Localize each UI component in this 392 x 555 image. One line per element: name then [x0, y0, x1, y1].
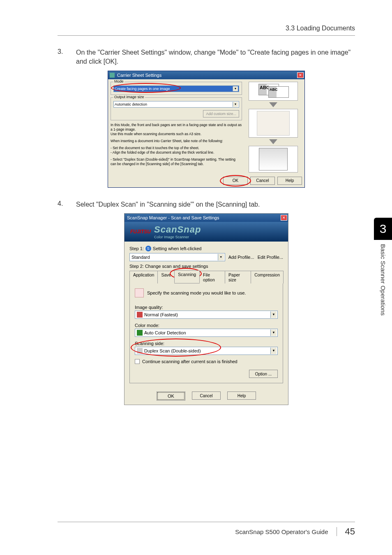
instruction-step-3: 3. On the "Carrier Sheet Settings" windo… [58, 48, 355, 67]
scansnap-manager-dialog: ScanSnap Manager - Scan and Save Setting… [124, 213, 288, 405]
step-number: 3. [58, 48, 68, 67]
arrow-down-icon [269, 139, 277, 144]
image-quality-label: Image quality: [135, 305, 278, 310]
scanning-side-combobox[interactable]: Duplex Scan (Double-sided) [135, 347, 278, 355]
add-profile-link[interactable]: Add Profile... [228, 255, 254, 260]
chapter-number: 3 [374, 218, 392, 240]
output-size-fieldset-label: Output image size [113, 95, 145, 99]
scanning-side-value: Duplex Scan (Double-sided) [144, 348, 201, 353]
scansnap-subtitle: Color Image Scanner [154, 235, 201, 239]
close-icon[interactable]: ✕ [281, 215, 287, 221]
section-header: 3.3 Loading Documents [58, 25, 355, 32]
tab-paper-size[interactable]: Paper size [225, 271, 251, 283]
step2-text: Step 2: Change scan and save settings [129, 264, 208, 269]
tab-file-option[interactable]: File option [199, 271, 225, 283]
dialog-title: ScanSnap Manager - Scan and Save Setting… [127, 215, 219, 220]
color-mode-label: Color mode: [135, 323, 278, 328]
step1-label: Step 1: [129, 246, 144, 251]
step-number: 4. [58, 200, 68, 209]
illustration-scanner [249, 146, 298, 173]
info-text-2: When inserting a document into Carrier S… [111, 139, 242, 143]
step-text: On the "Carrier Sheet Settings" window, … [76, 48, 355, 67]
dialog-banner: FUJITSU ScanSnap Color Image Scanner [125, 222, 288, 242]
hint-icon [135, 288, 144, 297]
hand-insert-graphic [257, 111, 290, 136]
dialog-icon [110, 73, 115, 78]
cancel-button[interactable]: Cancel [250, 177, 275, 185]
instruction-step-4: 4. Select "Duplex Scan" in "Scanning sid… [58, 200, 355, 209]
dialog-titlebar: ScanSnap Manager - Scan and Save Setting… [125, 214, 288, 222]
info-text-3: - Set the document so that it touches th… [111, 146, 242, 155]
continue-scanning-label: Continue scanning after current scan is … [142, 359, 238, 364]
color-mode-icon [137, 330, 143, 336]
scanning-tab-panel: Specify the scanning mode you would like… [129, 283, 283, 383]
image-quality-combobox[interactable]: Normal (Fastest) [135, 311, 278, 319]
footer-separator [337, 527, 337, 536]
option-button[interactable]: Option ... [249, 370, 278, 378]
fujitsu-logo-text: FUJITSU [130, 229, 151, 235]
chapter-side-tab: 3 Basic Scanner Operations [374, 218, 392, 349]
ok-button[interactable]: OK [157, 391, 185, 401]
page-number: 45 [345, 526, 355, 537]
scansnap-s-icon: S [145, 246, 151, 251]
output-size-combobox[interactable]: Automatic detection [113, 101, 239, 108]
help-button[interactable]: Help [227, 391, 256, 400]
info-text-1: In this Mode, the front and back pages a… [111, 123, 242, 136]
abc-page-back: ABC [268, 86, 289, 98]
mode-value: Create facing pages in one image [115, 87, 170, 91]
tab-save[interactable]: Save [157, 271, 175, 283]
dialog-titlebar: Carrier Sheet Settings ✕ [108, 71, 304, 79]
mode-fieldset-label: Mode [113, 79, 125, 83]
header-rule [58, 35, 355, 36]
scanning-side-label: Scanning side: [135, 341, 278, 346]
image-quality-value: Normal (Fastest) [144, 312, 178, 317]
illustration-before: ABC ABC [249, 82, 298, 101]
tab-application[interactable]: Application [129, 271, 158, 283]
continue-scanning-checkbox[interactable] [135, 359, 140, 364]
scansnap-logo-text: ScanSnap [154, 224, 201, 235]
info-text-4: - Select "Duplex Scan (Double-sided)" in… [111, 157, 242, 166]
page-footer: ScanSnap S500 Operator's Guide 45 [58, 522, 355, 537]
carrier-sheet-settings-dialog: Carrier Sheet Settings ✕ Mode Create fac… [108, 71, 305, 188]
duplex-icon [137, 348, 143, 354]
edit-profile-link[interactable]: Edit Profile... [258, 255, 283, 260]
color-mode-combobox[interactable]: Auto Color Detection [135, 329, 278, 337]
output-size-value: Automatic detection [115, 102, 147, 106]
hint-text: Specify the scanning mode you would like… [147, 290, 246, 295]
close-icon[interactable]: ✕ [297, 72, 304, 78]
cancel-button[interactable]: Cancel [192, 391, 221, 400]
tab-compression[interactable]: Compression [251, 271, 284, 283]
footer-rule [58, 522, 355, 522]
tabs-bar: Application Save Scanning File option Pa… [129, 270, 283, 283]
color-mode-value: Auto Color Detection [144, 330, 186, 335]
step-text: Select "Duplex Scan" in "Scanning side'"… [76, 200, 355, 209]
mode-combobox[interactable]: Create facing pages in one image [113, 85, 239, 92]
footer-doc-title: ScanSnap S500 Operator's Guide [235, 528, 328, 535]
quality-icon [137, 312, 143, 318]
add-custom-size-button[interactable]: Add custom size... [203, 110, 239, 117]
step1-text: Setting when left-clicked [153, 246, 202, 251]
help-button[interactable]: Help [277, 177, 302, 185]
chapter-title: Basic Scanner Operations [380, 240, 387, 315]
arrow-down-icon [269, 102, 277, 107]
illustration-insert [249, 109, 298, 138]
tab-scanning[interactable]: Scanning [174, 270, 200, 283]
profile-combobox[interactable]: Standard [129, 253, 225, 261]
profile-value: Standard [131, 255, 150, 260]
ok-button[interactable]: OK [223, 177, 248, 185]
scanner-graphic [259, 148, 288, 170]
dialog-title: Carrier Sheet Settings [117, 73, 161, 78]
